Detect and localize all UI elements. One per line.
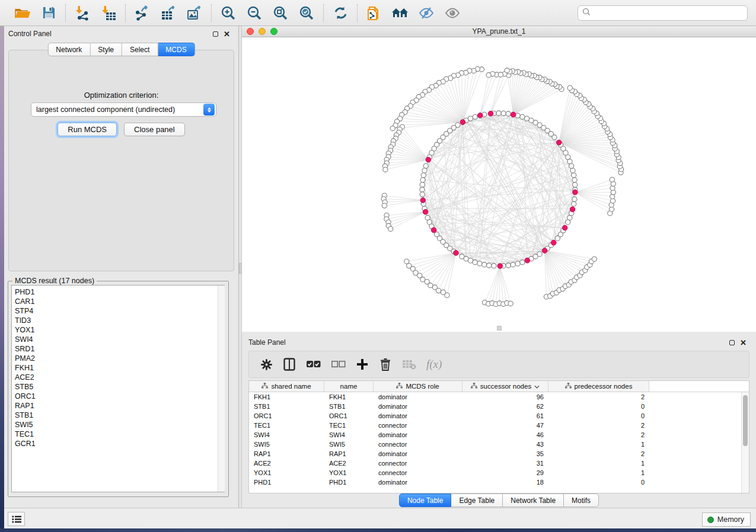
network-canvas[interactable] <box>242 37 756 332</box>
mcds-node-item[interactable]: STB5 <box>15 382 224 392</box>
node-table[interactable]: shared namenameMCDS rolesuccessor nodesp… <box>248 380 749 493</box>
mcds-node-item[interactable]: TID3 <box>15 316 224 325</box>
search-icon <box>582 8 591 18</box>
column-header-name[interactable]: name <box>324 381 374 392</box>
tab-edge-table[interactable]: Edge Table <box>451 493 503 507</box>
export-image-icon[interactable] <box>186 4 203 22</box>
search-input[interactable] <box>594 7 743 19</box>
mcds-node-item[interactable]: CAR1 <box>15 297 224 306</box>
node-table-header: shared namenameMCDS rolesuccessor nodesp… <box>249 381 749 392</box>
network-view-window: YPA_prune.txt_1 <box>242 26 756 332</box>
table-row[interactable]: ACE2ACE2connector311 <box>249 459 749 468</box>
mcds-node-item[interactable]: FKH1 <box>15 363 224 373</box>
desktop-wallpaper-left <box>0 26 4 528</box>
zoom-fit-icon[interactable] <box>272 4 289 22</box>
mcds-node-item[interactable]: SWI4 <box>15 335 224 344</box>
tab-node-table[interactable]: Node Table <box>399 493 452 507</box>
mcds-node-item[interactable]: SWI5 <box>15 420 224 430</box>
open-file-icon[interactable] <box>14 4 31 22</box>
import-table-icon[interactable] <box>100 4 117 22</box>
mcds-node-item[interactable]: PMA2 <box>15 354 224 363</box>
mcds-result-list[interactable]: PHD1CAR1STP4TID3YOX1SWI4SRD1PMA2FKH1ACE2… <box>11 285 225 492</box>
table-cell: TEC1 <box>249 422 324 429</box>
save-session-icon[interactable] <box>40 4 58 22</box>
column-header-MCDS-role[interactable]: MCDS role <box>374 381 462 392</box>
memory-button[interactable]: Memory <box>702 512 751 527</box>
mcds-node-item[interactable]: PHD1 <box>15 287 224 297</box>
select-all-icon[interactable] <box>306 357 321 372</box>
export-table-icon[interactable] <box>160 4 177 22</box>
column-header-successor-nodes[interactable]: successor nodes <box>462 381 548 392</box>
mcds-list-scrollbar[interactable] <box>218 286 225 492</box>
split-column-icon[interactable] <box>283 357 296 372</box>
table-scrollbar-thumb[interactable] <box>743 395 748 446</box>
delete-table-icon <box>402 357 416 372</box>
network-graph[interactable] <box>242 37 756 332</box>
table-row[interactable]: STB1STB1dominator620 <box>249 402 749 411</box>
memory-status-icon <box>707 517 714 523</box>
table-row[interactable]: YOX1YOX1connector291 <box>249 468 749 477</box>
float-table-panel-icon[interactable] <box>729 340 735 345</box>
mcds-node-item[interactable]: ORC1 <box>15 392 224 401</box>
mcds-node-item[interactable]: YOX1 <box>15 325 224 335</box>
float-panel-icon[interactable] <box>213 31 218 37</box>
hide-graphics-details-icon[interactable] <box>417 4 435 22</box>
table-row[interactable]: RAP1RAP1dominator352 <box>249 449 749 459</box>
table-row[interactable]: SWI5SWI5connector431 <box>249 440 749 449</box>
task-list-icon <box>12 515 21 523</box>
main-toolbar <box>0 0 756 26</box>
close-panel-icon[interactable]: ✕ <box>224 31 230 37</box>
delete-column-icon[interactable] <box>379 357 392 372</box>
table-row[interactable]: FKH1FKH1dominator962 <box>249 392 749 402</box>
mcds-node-item[interactable]: RAP1 <box>15 401 224 411</box>
table-row[interactable]: TEC1TEC1connector472 <box>249 421 749 430</box>
table-settings-icon[interactable] <box>260 357 273 372</box>
task-history-button[interactable] <box>8 512 25 526</box>
show-graphics-details-icon[interactable] <box>444 4 461 22</box>
add-column-icon[interactable] <box>356 357 369 372</box>
canvas-splitter-grip[interactable] <box>497 326 502 331</box>
mcds-tab-content: Optimization criterion: largest connecte… <box>8 50 234 271</box>
mcds-node-item[interactable]: GCR1 <box>15 439 224 448</box>
refresh-layout-icon[interactable] <box>331 4 349 22</box>
mcds-node-item[interactable]: STB1 <box>15 411 224 420</box>
run-mcds-button[interactable]: Run MCDS <box>58 123 117 136</box>
table-cell: 0 <box>548 403 649 410</box>
zoom-out-icon[interactable] <box>245 4 263 22</box>
tab-select[interactable]: Select <box>122 43 158 56</box>
import-network-icon[interactable] <box>74 4 91 22</box>
table-row[interactable]: PHD1PHD1dominator180 <box>249 477 749 487</box>
table-scrollbar[interactable] <box>741 392 749 493</box>
control-panel-tabs: NetworkStyleSelectMCDS <box>47 43 194 56</box>
network-window-titlebar[interactable]: YPA_prune.txt_1 <box>242 26 756 37</box>
show-all-views-icon[interactable] <box>391 4 409 22</box>
search-box[interactable] <box>578 5 748 21</box>
mcds-node-item[interactable]: TEC1 <box>15 430 224 439</box>
zoom-in-icon[interactable] <box>219 4 237 22</box>
close-panel-button[interactable]: Close panel <box>124 123 185 136</box>
zoom-selected-icon[interactable] <box>298 4 315 22</box>
control-panel-title: Control Panel <box>8 30 52 38</box>
mcds-node-item[interactable]: ACE2 <box>15 373 224 382</box>
table-row[interactable]: SWI4SWI4dominator462 <box>249 430 749 440</box>
tab-motifs[interactable]: Motifs <box>564 493 599 507</box>
control-panel-titlebar: Control Panel ✕ <box>4 26 238 40</box>
table-cell: connector <box>374 441 462 448</box>
table-cell: TEC1 <box>324 422 374 429</box>
tab-style[interactable]: Style <box>90 43 122 56</box>
network-document-icon[interactable] <box>365 4 383 22</box>
table-cell: PHD1 <box>249 479 324 486</box>
tab-network-table[interactable]: Network Table <box>503 493 564 507</box>
column-header-predecessor-nodes[interactable]: predecessor nodes <box>548 381 649 392</box>
close-table-panel-icon[interactable]: ✕ <box>740 340 747 345</box>
column-header-shared-name[interactable]: shared name <box>249 381 324 392</box>
criterion-dropdown[interactable]: largest connected component (undirected) <box>31 102 216 117</box>
export-network-icon[interactable] <box>133 4 151 22</box>
unselect-all-icon[interactable] <box>331 357 346 372</box>
tab-network[interactable]: Network <box>47 43 90 56</box>
table-row[interactable]: ORC1ORC1dominator610 <box>249 411 749 421</box>
table-cell: YOX1 <box>249 469 324 476</box>
mcds-node-item[interactable]: STP4 <box>15 306 224 316</box>
mcds-node-item[interactable]: SRD1 <box>15 344 224 354</box>
tab-mcds[interactable]: MCDS <box>158 43 194 56</box>
